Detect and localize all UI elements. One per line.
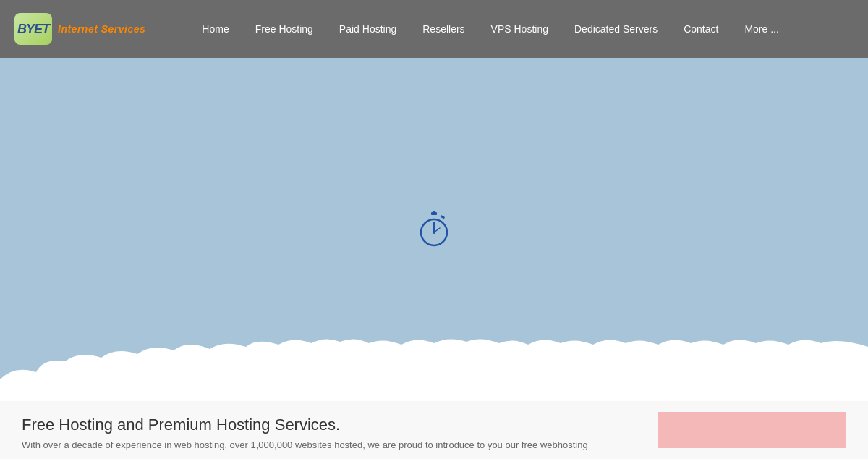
nav-item-resellers[interactable]: Resellers — [409, 0, 477, 58]
content-section: Free Hosting and Premium Hosting Service… — [0, 401, 868, 459]
nav-item-vps-hosting[interactable]: VPS Hosting — [478, 0, 561, 58]
stopwatch-icon — [417, 211, 451, 248]
navbar: BYET Internet Services Home Free Hosting… — [0, 0, 868, 58]
nav-item-free-hosting[interactable]: Free Hosting — [242, 0, 326, 58]
svg-rect-2 — [441, 215, 446, 219]
logo[interactable]: BYET Internet Services — [14, 13, 145, 45]
nav-item-more[interactable]: More ... — [731, 0, 791, 58]
nav-item-home[interactable]: Home — [189, 0, 242, 58]
nav-item-paid-hosting[interactable]: Paid Hosting — [326, 0, 409, 58]
cloud-layer — [0, 336, 868, 401]
content-subtext: With over a decade of experience in web … — [22, 439, 644, 452]
nav-link-home[interactable]: Home — [189, 0, 242, 58]
content-text: Free Hosting and Premium Hosting Service… — [22, 416, 644, 452]
nav-item-dedicated-servers[interactable]: Dedicated Servers — [561, 0, 671, 58]
nav-link-dedicated-servers[interactable]: Dedicated Servers — [561, 0, 671, 58]
nav-link-vps-hosting[interactable]: VPS Hosting — [478, 0, 561, 58]
nav-link-contact[interactable]: Contact — [671, 0, 731, 58]
logo-tagline: Internet Services — [58, 23, 145, 35]
content-heading: Free Hosting and Premium Hosting Service… — [22, 416, 644, 434]
nav-links: Home Free Hosting Paid Hosting Resellers… — [189, 0, 792, 58]
nav-link-more[interactable]: More ... — [731, 0, 791, 58]
cta-button[interactable] — [658, 412, 846, 448]
nav-link-free-hosting[interactable]: Free Hosting — [242, 0, 326, 58]
nav-item-contact[interactable]: Contact — [671, 0, 731, 58]
nav-link-resellers[interactable]: Resellers — [409, 0, 477, 58]
nav-link-paid-hosting[interactable]: Paid Hosting — [326, 0, 409, 58]
svg-line-6 — [434, 228, 440, 232]
svg-rect-1 — [433, 211, 435, 214]
logo-badge: BYET — [14, 13, 52, 45]
hero-section — [0, 58, 868, 401]
logo-byet-text: BYET — [17, 22, 49, 37]
